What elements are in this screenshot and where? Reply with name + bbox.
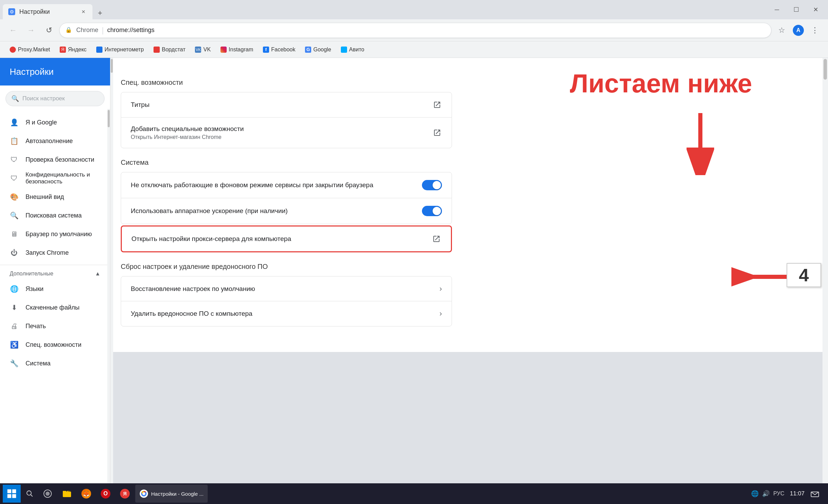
- chrome-menu-button[interactable]: ⋮: [807, 23, 822, 38]
- system-section-header: Система: [121, 159, 452, 167]
- svg-point-8: [27, 491, 31, 495]
- main-area: Настройки 🔍 Поиск настроек 👤 Я и Google: [0, 58, 828, 483]
- background-services-toggle[interactable]: [422, 180, 442, 190]
- captions-row[interactable]: Титры: [121, 92, 452, 118]
- bookmark-wordstat[interactable]: Вордстат: [149, 44, 189, 56]
- bg-services-content: Не отключать работающие в фоновом режиме…: [131, 181, 422, 189]
- address-url: chrome://settings: [107, 27, 155, 34]
- bookmark-label: Google: [313, 47, 331, 53]
- instagram-icon: [220, 47, 227, 53]
- taskbar-firefox[interactable]: 🦊: [77, 485, 95, 503]
- background-services-row[interactable]: Не отключать работающие в фоновом режиме…: [121, 172, 452, 198]
- sidebar-item-browser-default[interactable]: 🖥 Браузер по умолчанию: [0, 225, 105, 243]
- chevron-right-icon-2: ›: [440, 309, 442, 318]
- restore-defaults-row[interactable]: Восстановление настроек по умолчанию ›: [121, 276, 452, 301]
- svg-rect-5: [12, 489, 16, 493]
- address-bar[interactable]: 🔒 Chrome | chrome://settings: [59, 23, 771, 38]
- proxy-settings-card: Открыть настройки прокси-сервера для ком…: [121, 225, 452, 252]
- back-button[interactable]: ←: [6, 23, 21, 38]
- taskbar-volume-icon[interactable]: 🔊: [762, 490, 770, 497]
- sidebar-item-search[interactable]: 🔍 Поисковая система: [0, 206, 105, 225]
- sidebar-item-languages[interactable]: 🌐 Языки: [0, 280, 105, 298]
- bookmark-button[interactable]: ☆: [774, 23, 789, 38]
- taskbar-notification[interactable]: [807, 486, 822, 501]
- sidebar-item-privacy[interactable]: 🛡 Конфиденциальность и безопасность: [0, 169, 105, 188]
- accessibility-icon: ♿: [10, 340, 19, 349]
- taskbar-yandex-browser[interactable]: Я: [116, 485, 134, 503]
- bookmark-internet-meter[interactable]: Интернетометр: [92, 44, 148, 56]
- sidebar-item-autofill[interactable]: 📋 Автозаполнение: [0, 132, 105, 150]
- bookmark-proxy-market[interactable]: Proxy.Market: [6, 44, 54, 56]
- bookmark-vk[interactable]: VK VK: [191, 44, 215, 56]
- external-link-icon-2: [432, 128, 442, 138]
- content-wrapper: Листаем ниже: [110, 58, 828, 483]
- bookmark-yandex[interactable]: Я Яндекс: [56, 44, 91, 56]
- secure-icon: 🔒: [65, 27, 73, 34]
- settings-search[interactable]: 🔍 Поиск настроек: [6, 91, 105, 106]
- profile-button[interactable]: A: [791, 23, 806, 38]
- print-icon: 🖨: [10, 322, 19, 331]
- bookmark-label: Вордстат: [162, 47, 185, 53]
- nav-right-controls: ☆ A ⋮: [774, 23, 822, 38]
- vk-icon: VK: [195, 47, 201, 53]
- taskbar-network-icon[interactable]: 🌐: [751, 490, 759, 497]
- sidebar-item-downloads[interactable]: ⬇ Скаченные файлы: [0, 298, 105, 317]
- sidebar-label: Проверка безопасности: [26, 156, 94, 163]
- chevron-right-icon: ›: [440, 284, 442, 293]
- bookmark-google[interactable]: G Google: [301, 44, 335, 56]
- additional-section-label: Дополнительные: [10, 271, 92, 277]
- additional-section-toggle[interactable]: Дополнительные ▲: [0, 268, 110, 280]
- search-icon: 🔍: [11, 95, 19, 102]
- sidebar-item-system[interactable]: 🔧 Система: [0, 354, 105, 373]
- svg-rect-12: [63, 492, 71, 497]
- bookmark-instagram[interactable]: Instagram: [216, 44, 257, 56]
- remove-malware-row[interactable]: Удалить вредоносное ПО с компьютера ›: [121, 301, 452, 326]
- taskbar-cortana[interactable]: [39, 485, 57, 503]
- taskbar-search[interactable]: [22, 485, 37, 503]
- sidebar-item-print[interactable]: 🖨 Печать: [0, 317, 105, 335]
- bookmark-facebook[interactable]: f Facebook: [259, 44, 299, 56]
- sidebar-item-accessibility[interactable]: ♿ Спец. возможности: [0, 335, 105, 354]
- taskbar-opera[interactable]: O: [97, 485, 115, 503]
- forward-button[interactable]: →: [23, 23, 39, 38]
- taskbar-clock: 11:07: [790, 490, 805, 498]
- proxy-title: Открыть настройки прокси-сервера для ком…: [131, 235, 432, 243]
- start-button[interactable]: [3, 485, 21, 503]
- taskbar-right: 🌐 🔊 РУС 11:07: [751, 486, 825, 501]
- bookmarks-bar: Proxy.Market Я Яндекс Интернетометр Ворд…: [0, 41, 828, 58]
- maximize-button[interactable]: ☐: [787, 3, 806, 16]
- taskbar-chrome-app[interactable]: Настройки - Google ...: [135, 485, 208, 503]
- bookmark-label: VK: [203, 47, 210, 53]
- restore-content: Восстановление настроек по умолчанию: [131, 285, 440, 293]
- sidebar-item-appearance[interactable]: 🎨 Внешний вид: [0, 188, 105, 206]
- reload-button[interactable]: ↺: [41, 23, 57, 38]
- hardware-accel-toggle[interactable]: [422, 206, 442, 216]
- browser-icon: 🖥: [10, 230, 19, 239]
- tab-close-button[interactable]: ✕: [80, 8, 87, 15]
- minimize-button[interactable]: ─: [767, 3, 787, 16]
- sidebar-label: Языки: [26, 285, 43, 293]
- taskbar-file-explorer[interactable]: [58, 485, 76, 503]
- active-tab[interactable]: ⚙ Настройки ✕: [3, 4, 92, 19]
- sidebar: Настройки 🔍 Поиск настроек 👤 Я и Google: [0, 58, 110, 483]
- add-spec-row[interactable]: Добавить специальные возможности Открыть…: [121, 118, 452, 148]
- new-tab-button[interactable]: +: [94, 7, 106, 19]
- sidebar-item-security[interactable]: 🛡 Проверка безопасности: [0, 150, 105, 169]
- add-spec-subtitle: Открыть Интернет-магазин Chrome: [131, 134, 432, 140]
- hw-accel-content: Использовать аппаратное ускорение (при н…: [131, 207, 422, 215]
- content-scrollbar[interactable]: [822, 58, 828, 483]
- sidebar-item-startup[interactable]: ⏻ Запуск Chrome: [0, 243, 105, 262]
- shield-icon: 🛡: [10, 155, 19, 164]
- globe-icon: 🌐: [10, 284, 19, 293]
- hardware-accel-row[interactable]: Использовать аппаратное ускорение (при н…: [121, 198, 452, 224]
- close-button[interactable]: ✕: [806, 3, 825, 16]
- bookmark-label: Proxy.Market: [18, 47, 50, 53]
- proxy-settings-row[interactable]: Открыть настройки прокси-сервера для ком…: [122, 226, 451, 251]
- download-icon: ⬇: [10, 303, 19, 312]
- palette-icon: 🎨: [10, 192, 19, 201]
- sidebar-label: Скаченные файлы: [26, 304, 79, 311]
- bookmark-avito[interactable]: Авито: [337, 44, 368, 56]
- sidebar-item-google[interactable]: 👤 Я и Google: [0, 113, 105, 132]
- svg-rect-4: [7, 489, 11, 493]
- sidebar-label: Я и Google: [26, 119, 57, 126]
